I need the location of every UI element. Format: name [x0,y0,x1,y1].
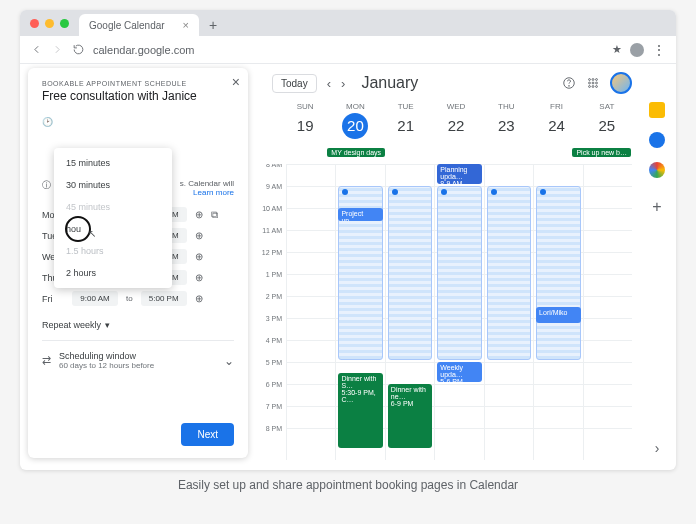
duration-dropdown[interactable]: 15 minutes30 minutes45 minuteshou↖1.5 ho… [54,148,172,288]
repeat-label: Repeat weekly [42,320,101,330]
hour-label: 2 PM [266,293,286,300]
allday-event[interactable]: MY design days [327,148,385,157]
scheduling-window-row[interactable]: ⇄ Scheduling window 60 days to 12 hours … [42,351,234,370]
day-column[interactable]: Lori/Miko [533,164,582,460]
calendar-event[interactable] [388,186,432,360]
browser-window: Google Calendar × + calendar.google.com … [20,10,676,470]
day-column[interactable] [286,164,335,460]
app-content: Today ‹ › January Sun19Mon20Tue21Wed22Th… [20,64,676,470]
browser-menu-icon[interactable]: ⋮ [652,42,666,58]
allday-event[interactable]: Pick up new b… [572,148,631,157]
end-time-input[interactable]: 5:00 PM [141,291,187,306]
url-text[interactable]: calendar.google.com [93,44,604,56]
next-button[interactable]: Next [181,423,234,446]
appointment-panel: × Bookable Appointment Schedule Free con… [28,68,248,458]
day-header[interactable]: Sun19 [280,102,330,139]
next-week-button[interactable]: › [341,76,345,91]
close-panel-icon[interactable]: × [232,74,240,90]
learn-more-link[interactable]: Learn more [193,188,234,197]
tasks-icon[interactable] [649,132,665,148]
svg-point-10 [596,86,598,88]
duration-option[interactable]: 45 minutes [54,196,172,218]
add-interval-icon[interactable]: ⊕ [195,293,203,304]
reload-icon[interactable] [72,43,85,56]
day-column[interactable]: Dinner with ne…6-9 PM [385,164,434,460]
minimize-window-icon[interactable] [45,19,54,28]
calendar-event[interactable]: Dinner with S…5:30-9 PM, C… [338,373,382,448]
close-window-icon[interactable] [30,19,39,28]
day-header[interactable]: Thu23 [481,102,531,139]
day-column[interactable]: Planning upda…8-9 AM, Conf…Weekly upda…5… [434,164,483,460]
to-label: to [126,294,133,303]
start-time-input[interactable]: 9:00 AM [72,291,118,306]
hour-label: 4 PM [266,337,286,344]
repeat-selector[interactable]: Repeat weekly ▾ [42,320,234,341]
copy-to-all-icon[interactable]: ⧉ [211,209,218,221]
maximize-window-icon[interactable] [60,19,69,28]
duration-option[interactable]: 15 minutes [54,152,172,174]
day-number: 25 [594,113,620,139]
hour-label: 1 PM [266,271,286,278]
new-tab-button[interactable]: + [199,14,227,36]
calendar-event[interactable]: Planning upda…8-9 AM, Conf… [437,164,481,184]
duration-option[interactable]: hou↖ [54,218,172,240]
expand-side-icon[interactable]: › [655,440,660,456]
dow-label: Fri [531,102,581,111]
month-label: January [361,74,418,92]
addons-plus-icon[interactable]: + [652,198,661,216]
panel-title[interactable]: Free consultation with Janice [42,89,234,103]
day-column[interactable]: Project up…Dinner with S…5:30-9 PM, C… [335,164,384,460]
day-header[interactable]: Wed22 [431,102,481,139]
profile-chip[interactable] [630,43,644,57]
forward-icon[interactable] [51,43,64,56]
calendar-event[interactable] [437,186,481,360]
duration-option[interactable]: 30 minutes [54,174,172,196]
svg-point-1 [569,86,570,87]
account-avatar[interactable] [610,72,632,94]
calendar-event[interactable]: Dinner with ne…6-9 PM [388,384,432,448]
calendar-event[interactable]: Lori/Miko [536,307,580,323]
close-tab-icon[interactable]: × [183,19,189,31]
allday-row: MY design daysPick up new b… [280,148,632,162]
calendar-event[interactable]: Project up… [338,208,382,221]
hour-label: 9 AM [266,183,286,190]
calendar-event[interactable]: Weekly upda…5-6 PM, Mee… [437,362,481,382]
svg-point-2 [589,79,591,81]
add-interval-icon[interactable]: ⊕ [195,230,203,241]
day-number: 21 [393,113,419,139]
calendar-grid[interactable]: 8 AM9 AM10 AM11 AM12 PM1 PM2 PM3 PM4 PM5… [260,164,632,460]
browser-tab[interactable]: Google Calendar × [79,14,199,36]
calendar-event[interactable] [536,186,580,360]
duration-field[interactable]: 🕑 [42,117,234,127]
keep-icon[interactable] [649,102,665,118]
add-interval-icon[interactable]: ⊕ [195,272,203,283]
duration-option[interactable]: 1.5 hours [54,240,172,262]
panel-kicker: Bookable Appointment Schedule [42,80,234,87]
day-number: 24 [544,113,570,139]
hour-label: 6 PM [266,381,286,388]
swin-label: Scheduling window [59,351,216,361]
day-header[interactable]: Sat25 [582,102,632,139]
day-column[interactable] [583,164,632,460]
add-interval-icon[interactable]: ⊕ [195,251,203,262]
day-column[interactable] [484,164,533,460]
help-icon[interactable] [562,76,576,90]
bookmark-icon[interactable]: ★ [612,43,622,56]
day-number: 23 [493,113,519,139]
day-header[interactable]: Mon20 [330,102,380,139]
day-header[interactable]: Fri24 [531,102,581,139]
apps-grid-icon[interactable] [586,76,600,90]
prev-week-button[interactable]: ‹ [327,76,331,91]
maps-icon[interactable] [649,162,665,178]
day-header[interactable]: Tue21 [381,102,431,139]
svg-point-7 [596,82,598,84]
hour-label: 8 PM [266,425,286,432]
back-icon[interactable] [30,43,43,56]
today-button[interactable]: Today [272,74,317,93]
svg-point-5 [589,82,591,84]
calendar-event[interactable] [487,186,531,360]
add-interval-icon[interactable]: ⊕ [195,209,203,220]
day-headers: Sun19Mon20Tue21Wed22Thu23Fri24Sat25 [280,102,632,139]
info-icon: ⓘ [42,179,54,192]
duration-option[interactable]: 2 hours [54,262,172,284]
